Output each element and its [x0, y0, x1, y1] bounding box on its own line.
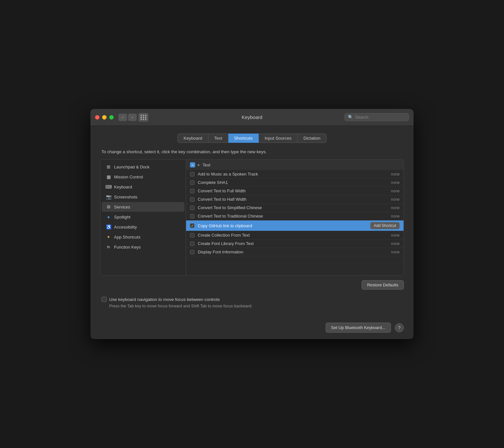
checkbox-sha1[interactable]: [190, 180, 194, 185]
group-triangle-icon: ▶: [198, 163, 200, 166]
shortcut-row-full-width[interactable]: Convert Text to Full Width none: [186, 187, 404, 195]
help-button[interactable]: ?: [395, 323, 404, 332]
sidebar-item-mission-control-label: Mission Control: [114, 175, 143, 179]
tab-input-sources[interactable]: Input Sources: [259, 133, 298, 143]
nav-buttons: ‹ ›: [118, 113, 137, 121]
checkbox-display-font[interactable]: [190, 250, 194, 254]
shortcut-key-sha1: none: [391, 180, 400, 185]
sidebar-item-services[interactable]: ⚙ Services: [102, 202, 184, 212]
screenshots-icon: 📷: [106, 194, 111, 200]
tab-shortcuts[interactable]: Shortcuts: [228, 133, 259, 143]
keyboard-nav-section: Use keyboard navigation to move focus be…: [100, 297, 404, 308]
shortcut-row-half-width[interactable]: Convert Text to Half Width none: [186, 195, 404, 204]
checkbox-add-music[interactable]: [190, 172, 194, 176]
shortcut-key-create-font: none: [391, 241, 400, 246]
shortcuts-list-panel: − ▶ Text Add to Music as a Spoken Track …: [186, 160, 404, 275]
zoom-button[interactable]: [109, 115, 114, 120]
sidebar-item-screenshots[interactable]: 📷 Screenshots: [102, 192, 184, 202]
grid-button[interactable]: [138, 113, 149, 122]
shortcut-row-add-music[interactable]: Add to Music as a Spoken Track none: [186, 170, 404, 178]
shortcut-row-copy-github[interactable]: ✓ Copy GitHub link to clipboard Add Shor…: [186, 220, 404, 231]
app-shortcuts-icon: ✦: [106, 234, 111, 240]
shortcut-key-add-music: none: [391, 172, 400, 176]
spotlight-icon: ●: [106, 214, 111, 220]
close-button[interactable]: [95, 115, 100, 120]
keyboard-nav-label: Use keyboard navigation to move focus be…: [109, 297, 220, 302]
shortcut-group-header[interactable]: − ▶ Text: [186, 160, 404, 170]
shortcut-name-create-collection: Create Collection From Text: [198, 233, 388, 238]
keyboard-icon: ⌨: [106, 184, 111, 190]
search-icon: 🔍: [348, 115, 353, 120]
shortcut-key-create-collection: none: [391, 233, 400, 238]
back-button[interactable]: ‹: [118, 113, 127, 121]
sidebar-item-launchpad[interactable]: ⊞ Launchpad & Dock: [102, 162, 184, 172]
group-collapse-icon[interactable]: −: [190, 162, 195, 167]
bluetooth-keyboard-button[interactable]: Set Up Bluetooth Keyboard...: [326, 323, 391, 333]
shortcut-row-simplified[interactable]: Convert Text to Simplified Chinese none: [186, 204, 404, 212]
sidebar-item-app-shortcuts-label: App Shortcuts: [114, 235, 141, 240]
bottom-controls: Restore Defaults: [100, 280, 404, 290]
checkbox-create-font[interactable]: [190, 241, 194, 246]
shortcut-key-half-width: none: [391, 197, 400, 202]
launchpad-icon: ⊞: [106, 164, 111, 170]
search-bar[interactable]: 🔍 Search: [344, 113, 409, 121]
keyboard-nav-checkbox[interactable]: [101, 297, 107, 302]
shortcut-name-sha1: Complete SHA1: [198, 180, 388, 185]
sidebar-item-spotlight-label: Spotlight: [114, 215, 131, 219]
restore-defaults-button[interactable]: Restore Defaults: [362, 280, 404, 290]
shortcut-key-full-width: none: [391, 189, 400, 193]
checkbox-half-width[interactable]: [190, 197, 194, 202]
shortcut-row-traditional[interactable]: Convert Text to Traditional Chinese none: [186, 212, 404, 220]
sidebar-item-function-keys-label: Function Keys: [114, 245, 141, 250]
shortcut-name-half-width: Convert Text to Half Width: [198, 197, 388, 202]
shortcut-row-sha1[interactable]: Complete SHA1 none: [186, 178, 404, 187]
checkbox-traditional[interactable]: [190, 214, 194, 219]
mission-control-icon: ▦: [106, 174, 111, 180]
checkbox-create-collection[interactable]: [190, 233, 194, 238]
shortcut-key-display-font: none: [391, 250, 400, 254]
sidebar-item-launchpad-label: Launchpad & Dock: [114, 165, 150, 169]
sidebar-item-accessibility[interactable]: ♿ Accessibility: [102, 222, 184, 232]
tabs-bar: Keyboard Text Shortcuts Input Sources Di…: [100, 133, 404, 143]
checkbox-copy-github[interactable]: ✓: [190, 223, 194, 228]
accessibility-icon: ♿: [106, 224, 111, 230]
titlebar: ‹ › Keyboard 🔍 Search: [90, 109, 414, 126]
group-label: Text: [203, 163, 210, 167]
checkbox-full-width[interactable]: [190, 189, 194, 193]
shortcut-row-display-font[interactable]: Display Font Information none: [186, 248, 404, 256]
sidebar-item-keyboard-label: Keyboard: [114, 185, 132, 189]
sidebar-item-accessibility-label: Accessibility: [114, 225, 137, 229]
shortcut-row-create-collection[interactable]: Create Collection From Text none: [186, 231, 404, 240]
tab-text[interactable]: Text: [208, 133, 228, 143]
instructions-text: To change a shortcut, select it, click t…: [100, 149, 404, 154]
shortcut-key-simplified: none: [391, 206, 400, 210]
sidebar-item-spotlight[interactable]: ● Spotlight: [102, 212, 184, 222]
shortcut-name-display-font: Display Font Information: [198, 250, 388, 254]
sidebar-item-keyboard[interactable]: ⌨ Keyboard: [102, 182, 184, 192]
shortcut-row-create-font[interactable]: Create Font Library From Text none: [186, 240, 404, 248]
sidebar-item-services-label: Services: [114, 205, 130, 209]
shortcut-name-full-width: Convert Text to Full Width: [198, 188, 388, 193]
function-keys-icon: fn: [106, 244, 111, 250]
search-placeholder: Search: [355, 115, 368, 120]
keyboard-nav-row: Use keyboard navigation to move focus be…: [101, 297, 404, 302]
sidebar-item-function-keys[interactable]: fn Function Keys: [102, 242, 184, 252]
shortcut-name-traditional: Convert Text to Traditional Chinese: [198, 214, 388, 219]
shortcut-name-add-music: Add to Music as a Spoken Track: [198, 172, 388, 176]
shortcut-name-create-font: Create Font Library From Text: [198, 241, 388, 246]
sidebar: ⊞ Launchpad & Dock ▦ Mission Control ⌨ K…: [100, 160, 186, 275]
sidebar-item-mission-control[interactable]: ▦ Mission Control: [102, 172, 184, 182]
window-title: Keyboard: [242, 114, 262, 120]
shortcut-name-simplified: Convert Text to Simplified Chinese: [198, 205, 388, 210]
shortcut-name-copy-github: Copy GitHub link to clipboard: [198, 223, 367, 228]
forward-button[interactable]: ›: [128, 113, 137, 121]
tab-dictation[interactable]: Dictation: [298, 133, 327, 143]
keyboard-nav-description: Press the Tab key to move focus forward …: [101, 304, 404, 308]
services-icon: ⚙: [106, 204, 111, 210]
checkbox-simplified[interactable]: [190, 206, 194, 210]
traffic-lights: [95, 115, 114, 120]
tab-keyboard[interactable]: Keyboard: [177, 133, 208, 143]
add-shortcut-button[interactable]: Add Shortcut: [370, 222, 400, 229]
sidebar-item-app-shortcuts[interactable]: ✦ App Shortcuts: [102, 232, 184, 242]
minimize-button[interactable]: [102, 115, 107, 120]
